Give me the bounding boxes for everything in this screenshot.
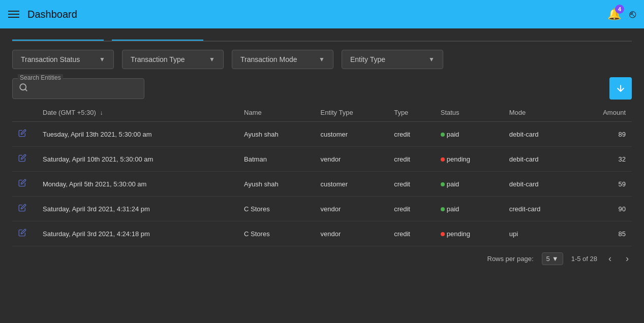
status-cell: pending (435, 147, 503, 172)
status-dot-icon (441, 207, 445, 211)
transaction-mode-label: Transaction Mode (240, 55, 297, 63)
entity-type-chevron-icon: ▼ (428, 56, 435, 63)
status-dot-icon (441, 133, 445, 137)
col-name: Name (238, 104, 315, 122)
date-cell: Tuesday, April 13th 2021, 5:30:00 am (37, 122, 238, 147)
amount-cell: 59 (574, 172, 632, 197)
notification-badge: 4 (615, 5, 624, 14)
app-title: Dashboard (27, 9, 77, 20)
mode-cell: upi (503, 221, 574, 246)
date-cell: Monday, April 5th 2021, 5:30:00 am (37, 172, 238, 197)
edit-cell (12, 221, 37, 246)
col-amount: Amount (574, 104, 632, 122)
search-icon (19, 83, 28, 94)
table-row: Monday, April 5th 2021, 5:30:00 am Ayush… (12, 172, 632, 197)
edit-icon[interactable] (18, 180, 26, 188)
date-cell: Saturday, April 3rd 2021, 4:31:24 pm (37, 197, 238, 221)
name-cell: C Stores (238, 221, 315, 246)
date-sort-icon: ↓ (100, 109, 103, 116)
header-left: Dashboard (8, 9, 77, 20)
hamburger-menu-icon[interactable] (8, 11, 19, 18)
type-cell: credit (388, 172, 435, 197)
rows-per-page-select[interactable]: 5 ▼ (542, 252, 563, 265)
main-content: Transaction Status ▼ Transaction Type ▼ … (0, 28, 644, 273)
tab-item-1[interactable] (12, 37, 104, 41)
rows-per-page-chevron-icon: ▼ (552, 255, 559, 263)
transaction-mode-chevron-icon: ▼ (319, 56, 325, 63)
entity-type-cell: vendor (315, 197, 388, 221)
transaction-status-chevron-icon: ▼ (99, 56, 105, 63)
tab-item-2[interactable] (112, 37, 203, 41)
status-dot-icon (441, 182, 445, 186)
mode-cell: debit-card (503, 122, 574, 147)
col-date[interactable]: Date (GMT +5:30) ↓ (37, 104, 238, 122)
edit-cell (12, 147, 37, 172)
edit-icon[interactable] (18, 155, 26, 164)
table-body: Tuesday, April 13th 2021, 5:30:00 am Ayu… (12, 122, 632, 246)
search-inner (19, 83, 138, 94)
notification-button[interactable]: 🔔 4 (607, 8, 621, 21)
transaction-type-chevron-icon: ▼ (209, 56, 215, 63)
search-input[interactable] (32, 84, 124, 92)
tabs-strip (12, 37, 632, 42)
table-row: Saturday, April 3rd 2021, 4:31:24 pm C S… (12, 197, 632, 221)
next-page-button[interactable]: › (623, 252, 632, 265)
table-row: Saturday, April 3rd 2021, 4:24:18 pm C S… (12, 221, 632, 246)
col-entity-type: Entity Type (315, 104, 388, 122)
status-dot-icon (441, 232, 445, 236)
svg-line-1 (25, 89, 26, 90)
page-info: 1-5 of 28 (571, 255, 597, 263)
transaction-mode-filter[interactable]: Transaction Mode ▼ (232, 50, 333, 69)
search-entities-label: Search Entities (18, 74, 63, 81)
edit-icon[interactable] (18, 230, 26, 238)
entity-type-filter[interactable]: Entity Type ▼ (342, 50, 443, 69)
edit-cell (12, 197, 37, 221)
prev-page-button[interactable]: ‹ (605, 252, 615, 265)
type-cell: credit (388, 147, 435, 172)
download-button[interactable] (609, 77, 632, 100)
col-status: Status (435, 104, 503, 122)
search-download-row: Search Entities (12, 77, 632, 100)
transactions-table: Date (GMT +5:30) ↓ Name Entity Type Type… (12, 104, 632, 246)
status-cell: paid (435, 122, 503, 147)
table-row: Tuesday, April 13th 2021, 5:30:00 am Ayu… (12, 122, 632, 147)
entity-type-label: Entity Type (350, 55, 385, 63)
date-cell: Saturday, April 3rd 2021, 4:24:18 pm (37, 221, 238, 246)
transaction-status-filter[interactable]: Transaction Status ▼ (12, 50, 114, 69)
edit-icon[interactable] (18, 205, 26, 213)
edit-icon[interactable] (18, 130, 26, 139)
entity-type-cell: customer (315, 172, 388, 197)
entity-type-cell: vendor (315, 221, 388, 246)
header: Dashboard 🔔 4 ⎋ (0, 0, 644, 28)
name-cell: C Stores (238, 197, 315, 221)
entity-type-cell: vendor (315, 147, 388, 172)
col-mode: Mode (503, 104, 574, 122)
status-cell: pending (435, 221, 503, 246)
edit-cell (12, 122, 37, 147)
amount-cell: 89 (574, 122, 632, 147)
date-cell: Saturday, April 10th 2021, 5:30:00 am (37, 147, 238, 172)
entity-type-cell: customer (315, 122, 388, 147)
rows-per-page-label: Rows per page: (487, 255, 534, 263)
type-cell: credit (388, 197, 435, 221)
col-type: Type (388, 104, 435, 122)
table-header: Date (GMT +5:30) ↓ Name Entity Type Type… (12, 104, 632, 122)
transaction-type-label: Transaction Type (131, 55, 185, 63)
col-edit (12, 104, 37, 122)
name-cell: Ayush shah (238, 172, 315, 197)
filters-row: Transaction Status ▼ Transaction Type ▼ … (12, 50, 632, 69)
type-cell: credit (388, 122, 435, 147)
mode-cell: credit-card (503, 197, 574, 221)
type-cell: credit (388, 221, 435, 246)
amount-cell: 85 (574, 221, 632, 246)
mode-cell: debit-card (503, 147, 574, 172)
pagination-row: Rows per page: 5 ▼ 1-5 of 28 ‹ › (12, 252, 632, 265)
header-right: 🔔 4 ⎋ (607, 8, 636, 21)
search-entities-field: Search Entities (12, 78, 144, 99)
amount-cell: 32 (574, 147, 632, 172)
status-cell: paid (435, 172, 503, 197)
transaction-status-label: Transaction Status (21, 55, 80, 63)
status-dot-icon (441, 157, 445, 162)
transaction-type-filter[interactable]: Transaction Type ▼ (122, 50, 224, 69)
logout-button[interactable]: ⎋ (629, 8, 636, 21)
